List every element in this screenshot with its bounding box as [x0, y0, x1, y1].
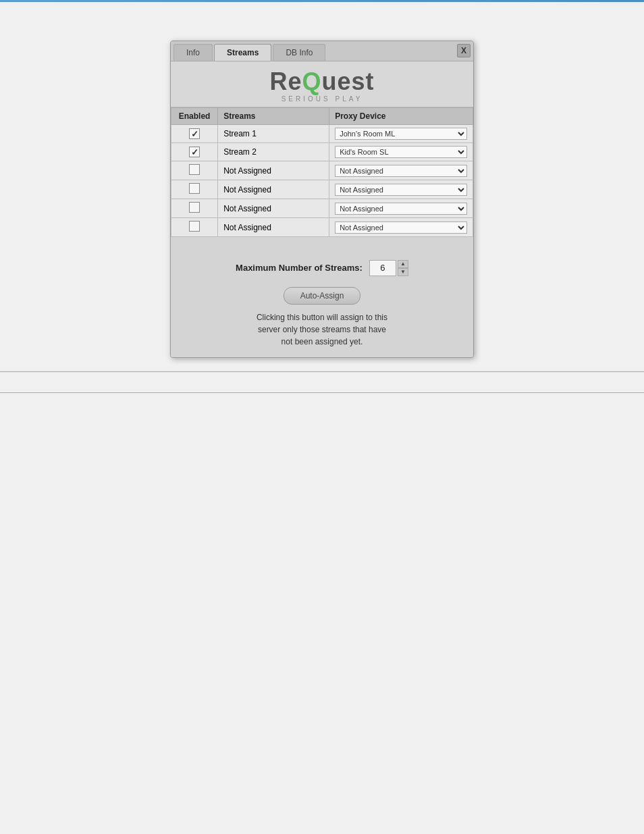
spinner-down-button[interactable]: ▼ — [398, 268, 408, 276]
auto-assign-description: Clicking this button will assign to this… — [184, 311, 460, 348]
stream-name-cell: Not Assigned — [218, 218, 329, 237]
proxy-cell: Not AssignedJohn's Room MLKid's Room SL — [329, 199, 473, 218]
auto-assign-row: Auto-Assign — [184, 287, 460, 305]
proxy-cell: Not AssignedJohn's Room MLKid's Room SL — [329, 180, 473, 199]
checkmark-icon: ✓ — [191, 148, 198, 157]
col-header-enabled: Enabled — [171, 108, 218, 125]
tab-info[interactable]: Info — [173, 44, 213, 61]
proxy-select-0[interactable]: John's Room MLKid's Room SLNot Assigned — [335, 128, 467, 140]
page-wrapper: Info Streams DB Info X ReQuest SERIOUS P… — [0, 0, 644, 834]
logo-re: Re — [269, 68, 302, 95]
proxy-select-1[interactable]: John's Room MLKid's Room SLNot Assigned — [335, 146, 467, 158]
proxy-select-5[interactable]: Not AssignedJohn's Room MLKid's Room SL — [335, 221, 467, 234]
stream-checkbox-0[interactable]: ✓ — [189, 128, 200, 139]
streams-table: Enabled Streams Proxy Device ✓Stream 1Jo… — [171, 107, 473, 251]
spinner-wrapper: ▲ ▼ — [369, 260, 408, 276]
bottom-area: Maximum Number of Streams: ▲ ▼ Auto-Assi… — [171, 251, 473, 357]
stream-checkbox-5[interactable] — [189, 221, 200, 232]
table-row: ✓Stream 1John's Room MLKid's Room SLNot … — [171, 125, 473, 143]
proxy-select-4[interactable]: Not AssignedJohn's Room MLKid's Room SL — [335, 203, 467, 215]
proxy-select-2[interactable]: Not AssignedJohn's Room MLKid's Room SL — [335, 165, 467, 177]
stream-name-cell: Not Assigned — [218, 199, 329, 218]
stream-checkbox-3[interactable] — [189, 183, 200, 194]
enabled-cell — [171, 180, 218, 199]
close-button[interactable]: X — [457, 44, 471, 57]
proxy-cell: Not AssignedJohn's Room MLKid's Room SL — [329, 161, 473, 180]
enabled-cell — [171, 218, 218, 237]
tab-streams[interactable]: Streams — [214, 44, 271, 61]
proxy-select-3[interactable]: Not AssignedJohn's Room MLKid's Room SL — [335, 184, 467, 196]
enabled-cell: ✓ — [171, 143, 218, 161]
table-row: ✓Stream 2John's Room MLKid's Room SLNot … — [171, 143, 473, 161]
stream-checkbox-1[interactable]: ✓ — [189, 147, 200, 157]
tab-dbinfo[interactable]: DB Info — [273, 44, 325, 61]
checkmark-icon: ✓ — [191, 130, 198, 138]
spinner-buttons: ▲ ▼ — [398, 260, 408, 276]
table-row: Not AssignedNot AssignedJohn's Room MLKi… — [171, 161, 473, 180]
spacer-row — [171, 237, 473, 251]
stream-checkbox-2[interactable] — [189, 164, 200, 175]
logo-uest: uest — [322, 68, 375, 95]
logo-tagline: SERIOUS PLAY — [171, 95, 473, 103]
col-header-proxy: Proxy Device — [329, 108, 473, 125]
bottom-divider — [0, 392, 644, 393]
dialog: Info Streams DB Info X ReQuest SERIOUS P… — [170, 41, 474, 358]
stream-name-cell: Not Assigned — [218, 180, 329, 199]
enabled-cell — [171, 161, 218, 180]
stream-name-cell: Stream 2 — [218, 143, 329, 161]
top-border — [0, 0, 644, 2]
proxy-cell: John's Room MLKid's Room SLNot Assigned — [329, 125, 473, 143]
stream-name-cell: Not Assigned — [218, 161, 329, 180]
table-row: Not AssignedNot AssignedJohn's Room MLKi… — [171, 218, 473, 237]
tab-bar: Info Streams DB Info X — [171, 41, 473, 61]
proxy-cell: Not AssignedJohn's Room MLKid's Room SL — [329, 218, 473, 237]
max-streams-label: Maximum Number of Streams: — [236, 263, 363, 273]
proxy-cell: John's Room MLKid's Room SLNot Assigned — [329, 143, 473, 161]
spacer-cell — [171, 237, 473, 251]
logo-q: Q — [302, 68, 321, 95]
table-row: Not AssignedNot AssignedJohn's Room MLKi… — [171, 180, 473, 199]
logo: ReQuest — [171, 70, 473, 94]
stream-name-cell: Stream 1 — [218, 125, 329, 143]
streams-table-area: Enabled Streams Proxy Device ✓Stream 1Jo… — [171, 107, 473, 251]
stream-checkbox-4[interactable] — [189, 202, 200, 213]
logo-area: ReQuest SERIOUS PLAY — [171, 61, 473, 107]
max-streams-input[interactable] — [369, 260, 396, 276]
auto-assign-button[interactable]: Auto-Assign — [284, 287, 361, 305]
col-header-streams: Streams — [218, 108, 329, 125]
top-divider — [0, 371, 644, 372]
table-row: Not AssignedNot AssignedJohn's Room MLKi… — [171, 199, 473, 218]
enabled-cell — [171, 199, 218, 218]
enabled-cell: ✓ — [171, 125, 218, 143]
spinner-up-button[interactable]: ▲ — [398, 260, 408, 268]
max-streams-row: Maximum Number of Streams: ▲ ▼ — [184, 260, 460, 276]
